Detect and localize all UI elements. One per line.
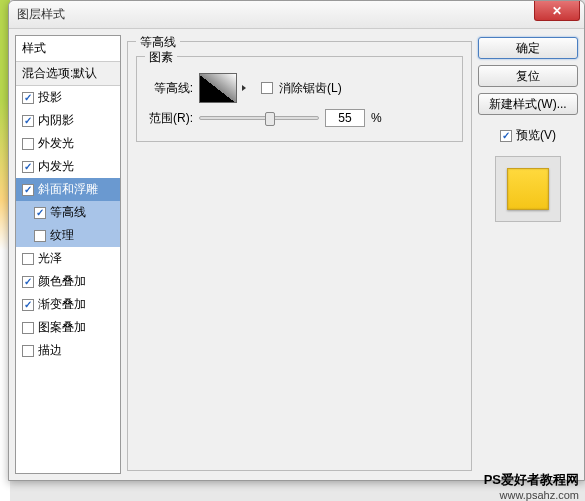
preview-toggle[interactable]: 预览(V): [478, 127, 578, 144]
sidebar-item-inner-glow[interactable]: 内发光: [16, 155, 120, 178]
slider-handle-icon[interactable]: [265, 112, 275, 126]
close-button[interactable]: ✕: [534, 1, 580, 21]
styles-sidebar: 样式 混合选项:默认 投影 内阴影 外发光 内发光 斜面和: [15, 35, 121, 474]
ok-button[interactable]: 确定: [478, 37, 578, 59]
sidebar-item-label: 内阴影: [38, 112, 74, 129]
checkbox-icon[interactable]: [22, 299, 34, 311]
antialias-label: 消除锯齿(L): [279, 80, 342, 97]
checkbox-icon[interactable]: [22, 115, 34, 127]
contour-row: 等高线: 消除锯齿(L): [145, 73, 454, 103]
sidebar-item-label: 投影: [38, 89, 62, 106]
close-icon: ✕: [552, 4, 562, 18]
sidebar-item-texture[interactable]: 纹理: [16, 224, 120, 247]
sidebar-item-label: 光泽: [38, 250, 62, 267]
checkbox-icon[interactable]: [22, 345, 34, 357]
range-input[interactable]: [325, 109, 365, 127]
watermark-url: www.psahz.com: [484, 489, 579, 501]
sidebar-item-contour[interactable]: 等高线: [16, 201, 120, 224]
sidebar-item-stroke[interactable]: 描边: [16, 339, 120, 362]
layer-style-dialog: 图层样式 ✕ 样式 混合选项:默认 投影 内阴影 外发光: [8, 0, 585, 481]
checkbox-icon[interactable]: [22, 322, 34, 334]
sidebar-item-gradient-overlay[interactable]: 渐变叠加: [16, 293, 120, 316]
sidebar-item-label: 渐变叠加: [38, 296, 86, 313]
right-panel: 确定 复位 新建样式(W)... 预览(V): [478, 35, 578, 474]
contour-group: 等高线 图素 等高线: 消除锯齿(L) 范围(R):: [127, 41, 472, 471]
checkbox-icon[interactable]: [22, 276, 34, 288]
sidebar-item-color-overlay[interactable]: 颜色叠加: [16, 270, 120, 293]
sidebar-item-label: 颜色叠加: [38, 273, 86, 290]
sidebar-item-label: 外发光: [38, 135, 74, 152]
sidebar-header: 样式: [16, 36, 120, 62]
blend-options-label: 混合选项:默认: [22, 65, 97, 82]
sidebar-item-label: 描边: [38, 342, 62, 359]
range-label: 范围(R):: [145, 110, 193, 127]
sidebar-item-satin[interactable]: 光泽: [16, 247, 120, 270]
range-slider[interactable]: [199, 116, 319, 120]
sidebar-item-pattern-overlay[interactable]: 图案叠加: [16, 316, 120, 339]
sidebar-item-label: 内发光: [38, 158, 74, 175]
antialias-checkbox[interactable]: [261, 82, 273, 94]
sidebar-item-label: 斜面和浮雕: [38, 181, 98, 198]
preview-checkbox-icon[interactable]: [500, 130, 512, 142]
sidebar-item-inner-shadow[interactable]: 内阴影: [16, 109, 120, 132]
dialog-content: 样式 混合选项:默认 投影 内阴影 外发光 内发光 斜面和: [9, 29, 584, 480]
preview-swatch: [507, 168, 549, 210]
contour-label: 等高线:: [145, 80, 193, 97]
sidebar-item-outer-glow[interactable]: 外发光: [16, 132, 120, 155]
reset-button[interactable]: 复位: [478, 65, 578, 87]
checkbox-icon[interactable]: [22, 184, 34, 196]
preview-label: 预览(V): [516, 127, 556, 144]
sidebar-item-drop-shadow[interactable]: 投影: [16, 86, 120, 109]
range-unit: %: [371, 111, 382, 125]
sidebar-item-label: 图案叠加: [38, 319, 86, 336]
contour-picker[interactable]: [199, 73, 237, 103]
checkbox-icon[interactable]: [22, 161, 34, 173]
checkbox-icon[interactable]: [22, 92, 34, 104]
checkbox-icon[interactable]: [22, 253, 34, 265]
preview-box: [495, 156, 561, 222]
new-style-button[interactable]: 新建样式(W)...: [478, 93, 578, 115]
main-panel: 等高线 图素 等高线: 消除锯齿(L) 范围(R):: [127, 35, 472, 474]
watermark-title: PS爱好者教程网: [484, 471, 579, 489]
sidebar-item-label: 纹理: [50, 227, 74, 244]
sidebar-item-bevel-emboss[interactable]: 斜面和浮雕: [16, 178, 120, 201]
watermark: PS爱好者教程网 www.psahz.com: [484, 471, 579, 501]
elements-group: 图素 等高线: 消除锯齿(L) 范围(R): %: [136, 56, 463, 142]
checkbox-icon[interactable]: [22, 138, 34, 150]
range-row: 范围(R): %: [145, 109, 454, 127]
window-title: 图层样式: [17, 6, 65, 23]
sidebar-item-label: 等高线: [50, 204, 86, 221]
titlebar: 图层样式 ✕: [9, 1, 584, 29]
blend-options-row[interactable]: 混合选项:默认: [16, 62, 120, 86]
inner-group-title: 图素: [145, 49, 177, 66]
checkbox-icon[interactable]: [34, 207, 46, 219]
checkbox-icon[interactable]: [34, 230, 46, 242]
